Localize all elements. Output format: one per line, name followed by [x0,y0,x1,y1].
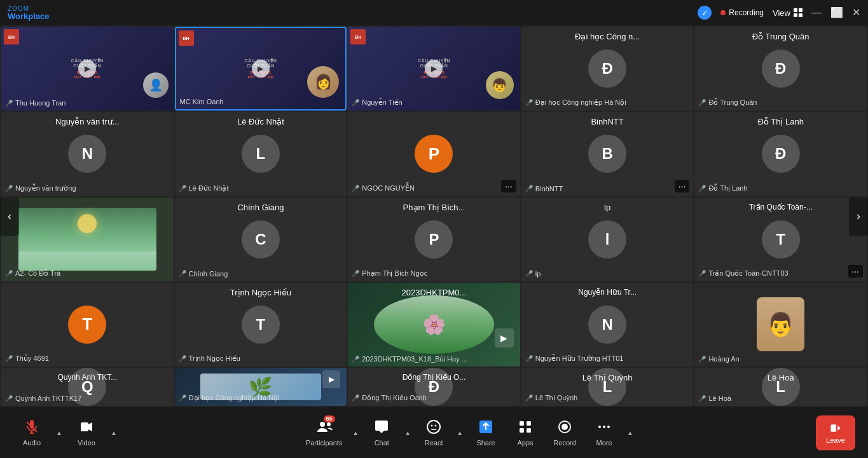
react-icon [426,419,441,437]
video-cell-hoang-an[interactable]: 👨 🎤 Hoàng An [694,283,867,367]
participants-chevron[interactable]: ▲ [350,428,361,438]
video-cell-nguyen-tien[interactable]: ĐH Câu chuyệncuối tuần BAO DUNGhay THẤT … [348,27,520,111]
toolbar-left: Audio ▲ Video ▲ [13,415,120,450]
video-cell-thuy-4691[interactable]: T 🎤 Thủy 4691 [1,283,174,367]
video-cell-thu-huong-tran[interactable]: ĐH Câu chuyệncuối tuần BAO DUNGhay THẤT … [1,27,174,111]
video-cell-le-duc-nhat[interactable]: Lê Đức Nhật L 🎤 Lê Đức Nhật [175,112,347,196]
more-options-ngoc-nguyen[interactable]: ··· [501,180,516,192]
participant-label-hoang-an: 🎤 Hoàng An [698,355,863,363]
maximize-button[interactable]: ⬜ [830,8,843,18]
mute-icon: 🎤 [5,270,13,277]
participant-label-dai-hoc-cn-hn2: 🎤 Đại học Công nghiệp Hà Nội [179,394,343,402]
audio-button[interactable]: Audio [13,415,51,450]
video-cell-nguyen-huu-truong[interactable]: Nguyễn Hữu Tr... N 🎤 Nguyễn Hữu Trường H… [521,283,694,367]
main-video-area: ‹ 1/3 › 1/3 ĐH Câu chuyệncuối tuần BAO D… [0,25,868,407]
leave-button[interactable]: Leave [816,415,855,450]
apps-button[interactable]: Apps [506,415,544,450]
apps-icon [518,419,533,437]
participant-label-nguyen-tien: 🎤 Nguyễn Tiến [352,98,516,107]
video-cell-tran-quoc-toan[interactable]: Trần Quốc Toàn-... T 🎤 Trần Quốc Toàn-CN… [694,198,867,281]
video-cell-chinh-giang[interactable]: Chính Giang C 🎤 Chính Giang [175,198,347,281]
mute-icon: 🎤 [352,185,359,192]
mute-icon: 🎤 [5,395,13,402]
mute-icon: 🎤 [352,394,359,401]
toolbar-center: 65 Participants ▲ Chat ▲ [300,415,636,450]
svg-point-7 [435,424,437,426]
participant-label-chinh-giang: 🎤 Chính Giang [179,270,343,278]
video-cell-trinh-ngoc-hieu[interactable]: Trịnh Ngọc Hiếu T 🎤 Trịnh Ngọc Hiếu [175,283,347,367]
video-cell-binhNTT[interactable]: BinhNTT B 🎤 BinhNTT ··· [521,112,694,196]
mute-icon: 🎤 [698,395,706,402]
svg-point-17 [607,426,610,428]
mute-icon: 🎤 [179,270,186,277]
video-cell-le-hoa[interactable]: Lê Hoà L 🎤 Lê Hoà [694,368,867,406]
mute-icon: 🎤 [698,270,706,277]
video-cell-lp[interactable]: lp l 🎤 lp [521,198,694,281]
chat-label: Chat [375,439,389,447]
video-cell-2023dhktpm[interactable]: 2023DHKTPM0... 🌸 ▶ 🎤 2023DHKTPM03_K18_Bù… [348,283,520,367]
svg-point-3 [320,422,325,427]
participant-label-lp: 🎤 lp [525,270,690,278]
audio-icon [24,419,39,437]
video-cell-dai-hoc-cong-n[interactable]: Đại học Công n... Đ 🎤 Đại học Công nghiệ… [521,27,694,111]
participant-label-do-trung-quan: 🎤 Đỗ Trung Quân [698,98,863,107]
mute-icon: 🎤 [179,394,186,401]
audio-chevron[interactable]: ▲ [53,428,65,438]
chat-chevron[interactable]: ▲ [402,428,413,438]
video-cell-mc-kim-oanh[interactable]: ĐH Câu chuyệncuối tuần BAO DUNGhay THẤT … [175,27,347,111]
more-icon [596,419,612,437]
view-button[interactable]: View [773,8,803,18]
chat-icon [374,419,389,437]
participant-label-thuy-4691: 🎤 Thủy 4691 [5,354,170,363]
participants-button[interactable]: 65 Participants [300,415,348,450]
participants-label: Participants [306,439,342,447]
record-button[interactable]: Record [546,415,584,450]
mute-icon: 🎤 [525,270,533,277]
mute-icon: 🎤 [179,355,186,362]
participant-label-mc-kim-oanh: MC Kim Oanh [180,98,342,105]
video-cell-quynh-anh-tkt[interactable]: Quỳnh Anh TKT... Q 🎤 Quỳnh Anh TKTTK17 [1,368,174,406]
mute-icon: 🎤 [179,185,186,192]
more-chevron[interactable]: ▲ [624,428,636,438]
chat-button[interactable]: Chat [362,415,401,450]
mute-icon: 🎤 [698,185,706,192]
video-cell-dai-hoc-cn-hn2[interactable]: 🌿 ▶ 🎤 Đại học Công nghiệp Hà Nội [175,368,347,406]
svg-rect-9 [520,421,524,426]
video-cell-nguyen-van-truong[interactable]: Nguyễn văn trư... N 🎤 Nguyễn văn trường [1,112,174,196]
video-button[interactable]: Video [67,415,106,450]
zoom-logo: zoom Workplace [8,6,50,20]
video-cell-dong-thi-kieu[interactable]: Đồng Thị Kiều O... Đ 🎤 Đồng Thị Kiều Oan… [348,368,520,406]
video-cell-ngoc-nguyen[interactable]: P 🎤 NGOC NGUYỄN ··· [348,112,520,196]
react-chevron[interactable]: ▲ [454,428,465,438]
mute-icon: 🎤 [698,356,706,363]
react-button[interactable]: React [415,415,453,450]
next-page-arrow[interactable]: › [849,198,868,236]
svg-point-16 [603,426,605,428]
video-cell-do-trung-quan[interactable]: Đỗ Trung Quân Đ 🎤 Đỗ Trung Quân [694,27,867,111]
svg-point-4 [327,422,331,426]
toolbar-right: Leave [816,415,855,450]
mute-icon: 🎤 [525,99,533,106]
mute-icon: 🎤 [5,355,13,362]
minimize-button[interactable]: — [811,8,822,18]
video-cell-le-thi-quynh[interactable]: Lê Thị Quỳnh L 🎤 Lê Thị Quỳnh [521,368,694,406]
toolbar: Audio ▲ Video ▲ [0,407,868,458]
video-chevron[interactable]: ▲ [108,428,120,438]
more-button[interactable]: More [585,415,623,450]
participant-label-tran-quoc-toan: 🎤 Trần Quốc Toàn-CNTT03 [698,269,863,278]
video-cell-do-thi-lanh[interactable]: Đỗ Thị Lanh Đ 🎤 Đỗ Thị Lanh [694,112,867,196]
video-icon [79,419,94,437]
svg-rect-11 [520,428,524,433]
participants-count-badge: 65 [324,415,335,422]
prev-page-arrow[interactable]: ‹ [0,198,19,236]
share-icon [478,419,493,437]
video-cell-pham-thi-bich[interactable]: Phạm Thị Bích... P 🎤 Phạm Thị Bích Ngọc [348,198,520,281]
share-button[interactable]: Share [467,415,505,450]
more-options-binhNTT[interactable]: ··· [675,180,690,192]
participant-label-quynh-anh-tkt: 🎤 Quỳnh Anh TKTTK17 [5,394,170,402]
video-cell-a2-co-do-tra[interactable]: 🎤 A2- Cô Đỗ Trà [1,198,174,281]
close-button[interactable]: ✕ [852,8,860,18]
more-options-tran-quoc-toan[interactable]: ··· [848,265,863,278]
svg-point-5 [427,421,440,433]
participant-label-a2-co-do-tra: 🎤 A2- Cô Đỗ Trà [5,269,170,278]
